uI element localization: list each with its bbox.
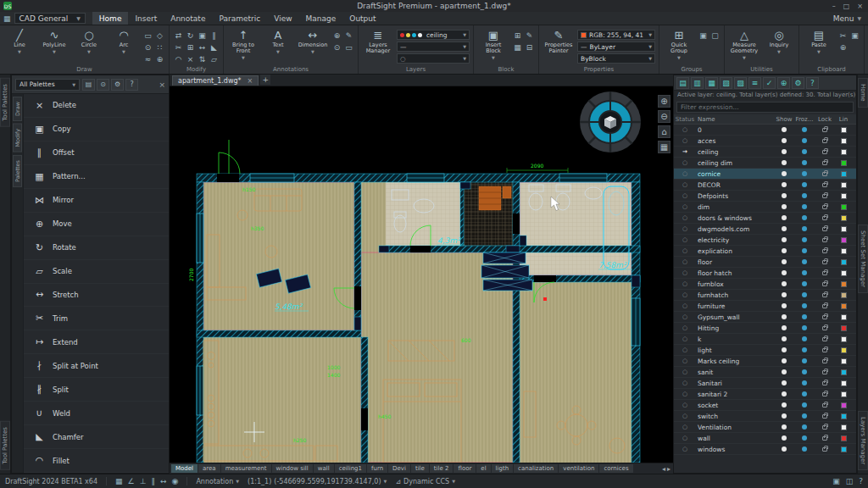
modify-mini-button[interactable]: ◣ — [209, 42, 220, 53]
ribbon-tab-insert[interactable]: Insert — [128, 12, 164, 25]
modify-mini-button[interactable]: ◠ — [173, 53, 184, 64]
layer-row[interactable]: ○ ceiling dim — [674, 158, 856, 169]
coordinates-display[interactable]: (1:1_1) (-546699.5599,191739.4147,0)▼ — [248, 478, 387, 485]
modify-mini-button[interactable]: ▱ — [209, 53, 220, 64]
grid-toggle-button[interactable]: ▦ — [658, 141, 670, 153]
layer-lock-toggle[interactable] — [815, 271, 835, 275]
palette-tool[interactable]: ∦ Split — [24, 378, 169, 402]
sheet-tab-layout[interactable]: wall — [314, 464, 334, 473]
palette-category-tab[interactable]: Draw — [13, 97, 22, 121]
circle-tool-button[interactable]: ○ Circle▼ — [73, 27, 105, 55]
layer-show-toggle[interactable] — [774, 281, 794, 286]
sheet-tab-layout[interactable]: furn — [367, 464, 387, 473]
layer-show-toggle[interactable] — [774, 325, 794, 330]
palette-header-button[interactable]: ▤ — [82, 79, 95, 91]
arc-tool-button[interactable]: ◠ Arc▼ — [108, 27, 140, 55]
sheet-tab-model[interactable]: Model — [171, 464, 198, 473]
layer-freeze-toggle[interactable] — [794, 292, 815, 297]
layer-show-toggle[interactable] — [774, 380, 794, 385]
sheet-tab-layout[interactable]: Devi — [388, 464, 410, 473]
layer-row[interactable]: ○ dim — [674, 202, 856, 213]
layers-toolbar-button[interactable]: ▤ — [676, 77, 689, 89]
layer-color-swatch[interactable] — [835, 402, 852, 408]
ribbon-tab-parametric[interactable]: Parametric — [212, 12, 267, 25]
draw-mini-button[interactable]: ◇ — [154, 30, 165, 41]
measure-geometry-button[interactable]: △ Measure Geometry▼ — [728, 27, 760, 61]
layer-freeze-toggle[interactable] — [794, 424, 815, 430]
layer-color-swatch[interactable] — [835, 204, 852, 210]
close-button[interactable]: × — [857, 3, 863, 10]
palette-tool[interactable]: ↦ Extend — [24, 330, 169, 354]
layer-freeze-toggle[interactable] — [794, 138, 815, 143]
sheet-tab-layout[interactable]: ligth — [492, 464, 514, 473]
ribbon-tab-output[interactable]: Output — [342, 12, 382, 25]
quick-group-button[interactable]: ⊞ Quick Group▼ — [663, 27, 695, 61]
annotation-mini-button[interactable]: ⊕ — [331, 30, 342, 41]
layer-row[interactable]: ○ Marks ceiling — [674, 356, 856, 367]
layer-lock-toggle[interactable] — [815, 205, 835, 209]
annotation-mini-button[interactable]: ▭ — [343, 42, 354, 53]
layer-lock-toggle[interactable] — [815, 128, 835, 132]
modify-mini-button[interactable]: ⊞ — [185, 42, 196, 53]
modify-mini-button[interactable]: ⇅ — [197, 53, 208, 64]
workspace-selector[interactable]: CAD General ▼ — [14, 13, 86, 24]
layer-color-swatch[interactable] — [835, 435, 852, 441]
layer-lock-toggle[interactable] — [815, 238, 835, 242]
layer-row[interactable]: ○ 0 — [674, 125, 856, 136]
layer-filter-input[interactable] — [676, 102, 854, 113]
layer-color-swatch[interactable] — [835, 380, 852, 386]
layer-row[interactable]: ○ explication — [674, 246, 856, 257]
layer-freeze-toggle[interactable] — [794, 270, 815, 275]
sheet-tab-layout[interactable]: tile 2 — [430, 464, 453, 473]
sheet-tab-layout[interactable]: ventilation — [559, 464, 598, 473]
layer-lock-toggle[interactable] — [815, 293, 835, 297]
statusbar-icon[interactable]: ? — [859, 477, 863, 485]
dock-tab-tool-palettes[interactable]: Tool Palettes — [0, 421, 10, 470]
group-mini-button[interactable]: ▢ — [709, 30, 721, 41]
layer-freeze-toggle[interactable] — [794, 193, 815, 198]
layer-color-swatch[interactable] — [835, 336, 852, 342]
ribbon-tab-view[interactable]: View — [267, 12, 298, 25]
palette-tool[interactable]: ⊕ Move — [24, 213, 169, 236]
layer-color-swatch[interactable] — [835, 347, 852, 353]
layer-show-toggle[interactable] — [774, 292, 794, 297]
layer-color-swatch[interactable] — [835, 281, 852, 287]
palette-tool[interactable]: ▣ Copy — [24, 118, 169, 141]
layer-state-dropdown[interactable]: ◌▼ — [397, 53, 470, 64]
modify-mini-button[interactable]: ⇄ — [173, 30, 184, 41]
layer-row[interactable]: ○ k — [674, 334, 856, 345]
layer-freeze-toggle[interactable] — [794, 391, 815, 396]
layer-lock-toggle[interactable] — [815, 370, 835, 374]
layers-toolbar-button[interactable]: ▧ — [720, 77, 732, 89]
layer-color-swatch[interactable] — [835, 171, 852, 177]
dock-tab-tool-palettes[interactable]: Tool Palettes — [0, 78, 10, 127]
palette-tool[interactable]: ∪ Weld — [24, 402, 169, 425]
layer-row[interactable]: ○ floor — [674, 257, 856, 268]
sheet-scroll-left-icon[interactable]: ◂ — [662, 465, 665, 473]
palette-header-button[interactable]: ⚙ — [111, 79, 124, 91]
snap-toggle-icon[interactable]: ↔ — [160, 477, 167, 485]
dock-tab[interactable]: Sheet Set Manager — [858, 225, 868, 293]
layers-toolbar-button[interactable]: ✓ — [763, 77, 776, 89]
layer-freeze-toggle[interactable] — [794, 171, 815, 176]
layer-lock-toggle[interactable] — [815, 392, 835, 396]
layers-manager-button[interactable]: ≣ Layers Manager — [362, 27, 394, 54]
layer-color-swatch[interactable] — [835, 215, 852, 221]
layer-freeze-toggle[interactable] — [794, 248, 815, 253]
snap-toggle-icon[interactable]: ▦ — [115, 477, 123, 485]
layer-show-toggle[interactable] — [774, 270, 794, 275]
layer-freeze-toggle[interactable] — [794, 204, 815, 209]
layer-lock-toggle[interactable] — [815, 315, 835, 319]
navigation-wheel[interactable] — [578, 90, 643, 154]
modify-mini-button[interactable]: ↔ — [197, 42, 208, 53]
layer-freeze-toggle[interactable] — [794, 259, 815, 264]
layer-row[interactable]: ○ socket — [674, 400, 856, 411]
modify-mini-button[interactable]: ▣ — [197, 30, 208, 41]
polyline-tool-button[interactable]: ∿ PolyLine▼ — [38, 27, 70, 55]
layer-color-swatch[interactable] — [835, 226, 852, 232]
layer-lock-toggle[interactable] — [815, 139, 835, 143]
layer-row[interactable]: ○ Sanitari — [674, 378, 856, 389]
sheet-tab-layout[interactable]: ceiling1 — [335, 464, 366, 473]
draw-mini-button[interactable]: ⊕ — [154, 53, 165, 64]
layer-show-toggle[interactable] — [774, 314, 794, 319]
